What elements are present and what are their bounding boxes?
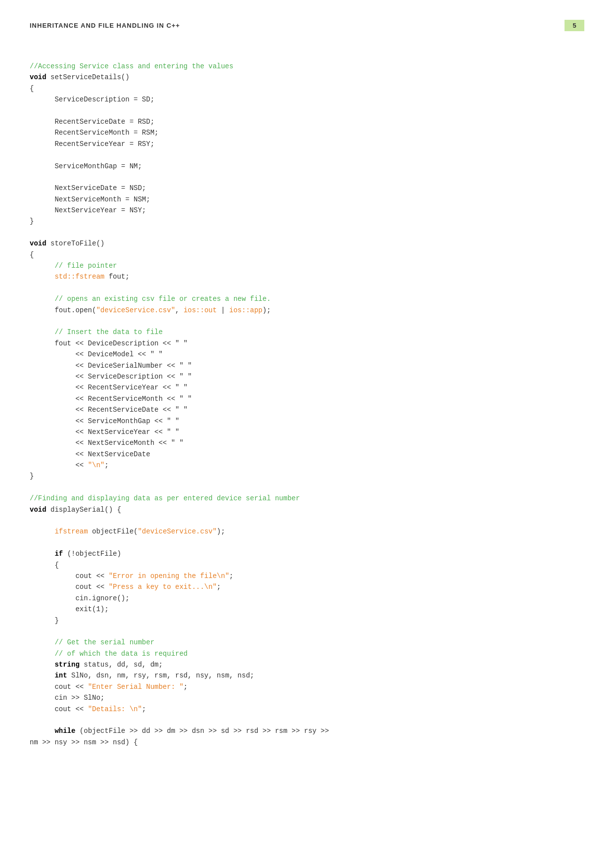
page-header: INHERITANCE AND FILE HANDLING IN C++ 5 <box>30 20 584 31</box>
code-block: //Accessing Service class and entering t… <box>30 61 584 748</box>
page-number: 5 <box>565 20 584 31</box>
page-title: INHERITANCE AND FILE HANDLING IN C++ <box>30 22 180 29</box>
page-container: INHERITANCE AND FILE HANDLING IN C++ 5 /… <box>0 0 614 868</box>
